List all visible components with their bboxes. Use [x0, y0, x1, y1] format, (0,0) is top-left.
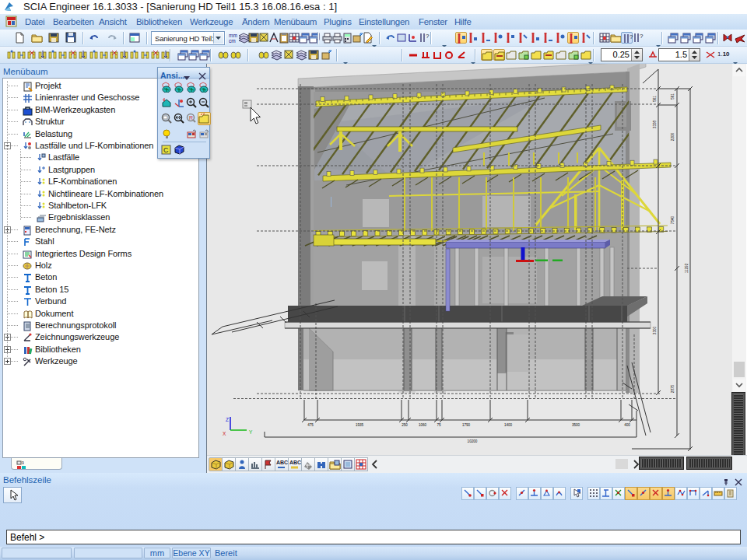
svg-text:75: 75: [437, 423, 441, 427]
svg-text:9: 9: [22, 460, 24, 465]
svg-text:C: C: [163, 146, 169, 154]
svg-text:Z: Z: [226, 417, 229, 422]
svg-text:X: X: [223, 431, 226, 436]
svg-text:1935: 1935: [356, 423, 364, 427]
svg-text:2206: 2206: [671, 132, 675, 141]
svg-text:475: 475: [307, 423, 314, 427]
svg-text:?: ?: [426, 33, 430, 40]
svg-text:1790: 1790: [462, 423, 471, 427]
svg-text:ABC: ABC: [289, 460, 301, 465]
svg-text:7540: 7540: [671, 215, 675, 224]
svg-text:R: R: [189, 115, 193, 121]
svg-text:11292: 11292: [685, 263, 689, 273]
svg-text:cm: cm: [229, 38, 236, 44]
svg-text:10200: 10200: [468, 439, 478, 443]
svg-text:mm: mm: [229, 33, 237, 38]
svg-text:3300: 3300: [653, 326, 657, 334]
svg-text:561: 561: [671, 93, 675, 100]
svg-text:250: 250: [402, 423, 408, 427]
svg-text:3338: 3338: [653, 120, 657, 128]
svg-text:1060: 1060: [419, 423, 427, 427]
svg-text:3500: 3500: [572, 423, 580, 427]
svg-text:400: 400: [624, 423, 630, 427]
svg-text:2875: 2875: [671, 384, 675, 393]
svg-text:?: ?: [640, 33, 644, 40]
svg-text:ABC: ABC: [276, 460, 288, 465]
svg-text:Y: Y: [249, 429, 253, 435]
svg-text:561: 561: [653, 96, 657, 102]
svg-text:1400: 1400: [504, 423, 513, 427]
